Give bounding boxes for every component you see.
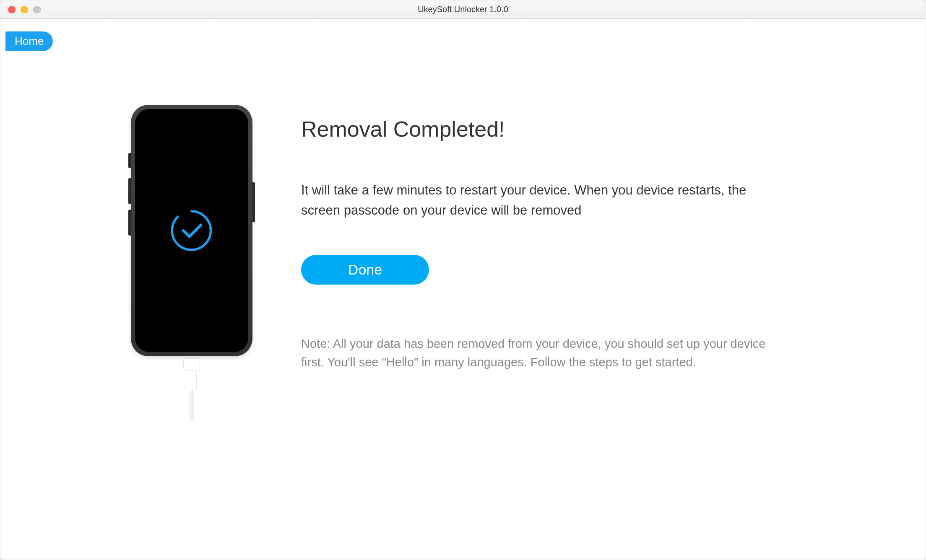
phone-notch-icon bbox=[162, 109, 221, 120]
cable-icon bbox=[181, 358, 202, 421]
note-text: Note: All your data has been removed fro… bbox=[301, 335, 779, 371]
close-window-button[interactable] bbox=[8, 6, 16, 13]
main-area: Removal Completed! It will take a few mi… bbox=[0, 19, 926, 371]
phone-mute-switch-icon bbox=[128, 153, 131, 168]
titlebar: UkeySoft Unlocker 1.0.0 bbox=[0, 0, 926, 19]
phone-volume-down-icon bbox=[128, 210, 131, 236]
window-title: UkeySoft Unlocker 1.0.0 bbox=[418, 5, 508, 14]
traffic-lights bbox=[0, 6, 41, 13]
done-button[interactable]: Done bbox=[301, 255, 429, 285]
description-text: It will take a few minutes to restart yo… bbox=[301, 180, 762, 220]
phone-volume-up-icon bbox=[128, 178, 131, 204]
minimize-window-button[interactable] bbox=[21, 6, 28, 13]
content-area: Home bbox=[0, 19, 926, 560]
phone-power-button-icon bbox=[252, 182, 255, 222]
phone-illustration bbox=[128, 105, 255, 371]
page-heading: Removal Completed! bbox=[301, 117, 850, 142]
checkmark-success-icon bbox=[169, 207, 215, 254]
text-area: Removal Completed! It will take a few mi… bbox=[301, 105, 926, 371]
app-window: UkeySoft Unlocker 1.0.0 Home bbox=[0, 0, 926, 560]
maximize-window-button[interactable] bbox=[33, 6, 41, 13]
phone-body bbox=[131, 105, 252, 356]
phone-screen bbox=[135, 109, 248, 352]
home-button[interactable]: Home bbox=[5, 31, 53, 51]
